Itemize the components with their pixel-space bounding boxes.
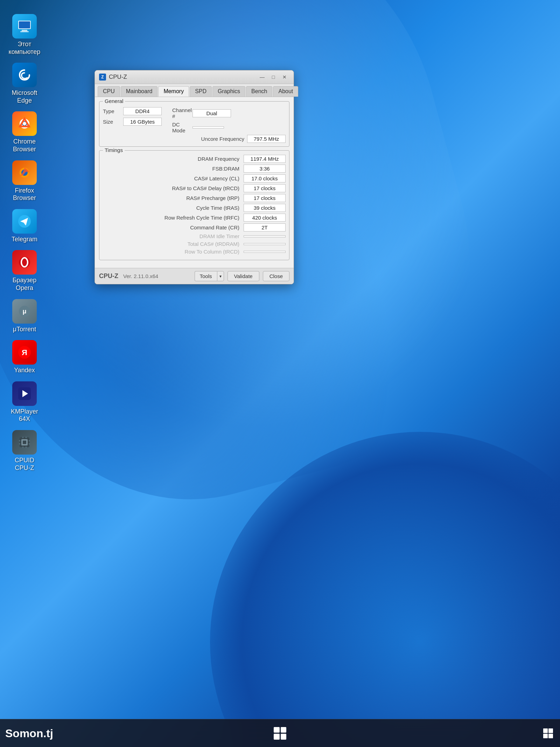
desktop-icon-opera[interactable]: БраузерOpera	[7, 250, 42, 292]
chrome-label: ChromeBrowser	[13, 138, 36, 153]
svg-rect-22	[19, 443, 20, 444]
timing-row-row2col: Row To Column (tRCD)	[103, 249, 286, 255]
trfc-value: 420 clocks	[244, 214, 286, 222]
taskbar-center	[271, 725, 289, 742]
tabs-container: CPU Mainboard Memory SPD Graphics Bench …	[95, 84, 294, 97]
svg-rect-24	[29, 443, 30, 444]
size-row: Size 16 GBytes	[103, 118, 162, 126]
start-button[interactable]	[271, 725, 289, 742]
channel-label: Channel #	[172, 107, 190, 119]
svg-rect-21	[19, 440, 20, 441]
start-icon	[274, 727, 286, 740]
svg-rect-1	[22, 30, 27, 31]
close-button[interactable]: ✕	[280, 73, 289, 81]
desktop-icon-cpuid[interactable]: CPUID CPU-Z	[7, 430, 42, 472]
trp-label: RAS# Precharge (tRP)	[103, 195, 244, 201]
trdram-label: Total CAS# (tRDRAM)	[103, 241, 244, 247]
svg-rect-2	[20, 31, 29, 32]
svg-rect-25	[22, 437, 23, 438]
desktop-icon-firefox[interactable]: FirefoxBrowser	[7, 160, 42, 202]
row2col-label: Row To Column (tRCD)	[103, 249, 244, 255]
general-section-label: General	[103, 98, 125, 104]
tras-label: Cycle Time (tRAS)	[103, 205, 244, 211]
channel-row: Channel # Dual	[172, 107, 231, 119]
edge-label: MicrosoftEdge	[12, 89, 37, 104]
type-label: Type	[103, 108, 120, 114]
somon-brand: Somon.tj	[0, 727, 58, 740]
torrent-label: μTorrent	[13, 326, 36, 333]
svg-text:Я: Я	[22, 348, 27, 357]
channel-value: Dual	[192, 109, 231, 117]
taskbar-right	[543, 728, 553, 738]
dc-mode-label: DC Mode	[172, 122, 190, 133]
yandex-icon: Я	[12, 340, 37, 365]
taskbar: Somon.tj	[0, 719, 560, 747]
tools-button[interactable]: Tools	[195, 271, 217, 281]
tab-spd[interactable]: SPD	[190, 86, 212, 97]
timings-section-label: Timings	[103, 147, 125, 153]
fsb-value: 3:36	[244, 165, 286, 173]
dc-mode-value	[192, 126, 224, 129]
svg-rect-28	[26, 447, 27, 448]
trfc-label: Row Refresh Cycle Time (tRFC)	[103, 215, 244, 221]
size-value: 16 GBytes	[123, 118, 162, 126]
dram-freq-value: 1197.4 MHz	[244, 155, 286, 163]
validate-button[interactable]: Validate	[227, 271, 259, 281]
tab-cpu[interactable]: CPU	[98, 86, 120, 97]
kmplayer-icon	[12, 381, 37, 406]
cpuid-icon	[12, 430, 37, 455]
computer-label: Этоткомпьютер	[9, 41, 41, 56]
dc-mode-row: DC Mode	[172, 122, 231, 133]
cr-label: Command Rate (CR)	[103, 224, 244, 230]
svg-point-6	[23, 122, 26, 125]
svg-rect-23	[29, 440, 30, 441]
cr-value: 2T	[244, 223, 286, 231]
telegram-icon	[12, 209, 37, 234]
firefox-label: FirefoxBrowser	[13, 187, 36, 202]
window-titlebar: Z CPU-Z — □ ✕	[95, 70, 294, 84]
cpuz-app-icon: Z	[99, 74, 106, 81]
window-title-text: CPU-Z	[109, 74, 127, 81]
taskbar-apps-icon[interactable]	[543, 728, 553, 738]
desktop-icon-telegram[interactable]: Telegram	[7, 209, 42, 243]
svg-rect-20	[23, 441, 26, 444]
desktop-icon-yandex[interactable]: Я Yandex	[7, 340, 42, 374]
tab-graphics[interactable]: Graphics	[212, 86, 245, 97]
timing-row-fsb: FSB:DRAM 3:36	[103, 165, 286, 173]
desktop-icon-kmplayer[interactable]: KMPlayer 64X	[7, 381, 42, 423]
svg-rect-3	[19, 21, 30, 28]
tab-about[interactable]: About	[273, 86, 298, 97]
edge-icon	[12, 63, 37, 87]
tools-dropdown-arrow[interactable]: ▾	[217, 271, 224, 281]
footer-brand: CPU-Z	[99, 272, 118, 280]
timing-row-cl: CAS# Latency (CL) 17.0 clocks	[103, 174, 286, 182]
svg-rect-26	[26, 437, 27, 438]
tab-mainboard[interactable]: Mainboard	[121, 86, 158, 97]
footer-version: Ver. 2.11.0.x64	[123, 273, 191, 279]
timing-row-trdram: Total CAS# (tRDRAM)	[103, 241, 286, 247]
desktop-icon-computer[interactable]: Этоткомпьютер	[7, 14, 42, 56]
dram-freq-label: DRAM Frequency	[103, 156, 244, 162]
idle-label: DRAM Idle Timer	[103, 233, 244, 239]
type-value: DDR4	[123, 107, 162, 115]
timing-row-tras: Cycle Time (tRAS) 39 clocks	[103, 204, 286, 212]
opera-label: БраузерOpera	[13, 277, 37, 292]
kmplayer-label: KMPlayer 64X	[7, 408, 42, 423]
minimize-button[interactable]: —	[257, 73, 267, 81]
tab-bench[interactable]: Bench	[246, 86, 272, 97]
yandex-label: Yandex	[14, 367, 35, 374]
desktop-icon-edge[interactable]: MicrosoftEdge	[7, 63, 42, 104]
uncore-label: Uncore Frequency	[201, 136, 244, 142]
size-label: Size	[103, 119, 120, 125]
close-window-button[interactable]: Close	[263, 271, 289, 281]
desktop-icon-list: Этоткомпьютер MicrosoftEdge ChromeBr	[7, 14, 42, 472]
torrent-icon: μ	[12, 299, 37, 324]
telegram-label: Telegram	[12, 236, 37, 243]
desktop-icon-torrent[interactable]: μ μTorrent	[7, 299, 42, 333]
firefox-icon	[12, 160, 37, 185]
tab-memory[interactable]: Memory	[158, 86, 189, 97]
desktop-icon-chrome[interactable]: ChromeBrowser	[7, 111, 42, 153]
row2col-value	[244, 251, 286, 253]
maximize-button[interactable]: □	[268, 73, 278, 81]
svg-rect-27	[22, 447, 23, 448]
